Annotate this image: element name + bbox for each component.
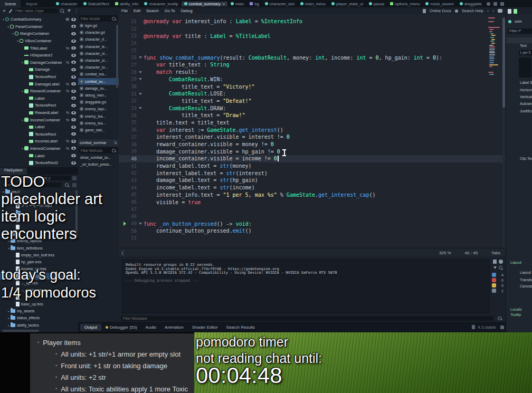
fold-arrow-icon[interactable] xyxy=(139,93,142,95)
clear-icon[interactable] xyxy=(499,260,503,264)
notes-window[interactable]: • Player items •All units: +1 str/+1 arm… xyxy=(30,333,194,393)
script-item-draggable.gd[interactable]: draggable.gd xyxy=(78,99,119,106)
code-line-23[interactable]: 23@onready var title : Label = %TitleLab… xyxy=(119,32,506,40)
scene-node-Label[interactable]: Label xyxy=(0,95,78,102)
unique-name-icon[interactable]: % xyxy=(66,61,69,64)
sort-methods-icon[interactable]: ⇅ xyxy=(114,141,117,145)
code-line-40[interactable]: 40income_container.visible = income != 0 xyxy=(119,155,506,162)
scene-node-PanelContainer[interactable]: ▾PanelContainer xyxy=(0,23,78,31)
count-toggle[interactable]: 4 xyxy=(492,273,504,277)
attach-script-icon[interactable] xyxy=(9,9,13,13)
code-line-25[interactable]: 25 xyxy=(119,47,506,54)
menu-search[interactable]: Search xyxy=(146,8,159,13)
method-item-show_combat_su...[interactable]: show_combat_su... xyxy=(78,154,119,161)
fs-item-status_effects[interactable]: ▸status_effects xyxy=(0,314,78,321)
code-line-46[interactable]: 46visible = true xyxy=(119,198,506,206)
script-item-character_sl...[interactable]: character_sl... xyxy=(78,57,119,64)
history-doc-icon[interactable] xyxy=(508,9,511,14)
fold-gutter[interactable] xyxy=(137,56,144,59)
scene-node-IncomeContainer[interactable]: ▾IncomeContainer% xyxy=(0,116,78,123)
unique-name-icon[interactable]: % xyxy=(66,147,69,150)
script-tab-mock_assem[interactable]: mock_assem xyxy=(423,2,457,6)
fold-arrow-icon[interactable] xyxy=(139,78,142,80)
inspector-prop-clip-tex[interactable]: Clip Tex xyxy=(506,157,532,160)
code-line-21[interactable]: 21@onready var interest_info : Label = %… xyxy=(119,18,506,25)
scene-node-TextureRect2[interactable]: TextureRect2 xyxy=(0,159,78,167)
script-history-icon[interactable] xyxy=(487,2,490,6)
code-line-37[interactable]: 37interest_container.visible = interest … xyxy=(119,133,506,141)
fold-arrow-icon[interactable] xyxy=(139,223,142,225)
visibility-eye-icon[interactable] xyxy=(71,75,76,79)
script-tab-draggable[interactable]: draggable xyxy=(457,2,485,6)
history-forward-icon[interactable]: › xyxy=(492,8,494,14)
code-line-44[interactable]: 44income_label.text = str(income) xyxy=(119,184,506,191)
visibility-eye-icon[interactable] xyxy=(71,104,76,107)
folder-arrow-icon[interactable]: ▾ xyxy=(7,246,11,250)
code-line-42[interactable]: 42interest_label.text = str(interest) xyxy=(119,169,506,177)
code-line-50[interactable]: 50continue_button_pressed.emit() xyxy=(119,227,506,235)
hscroll-left-icon[interactable]: ❮ xyxy=(121,251,125,255)
fold-gutter[interactable] xyxy=(137,107,144,109)
fs-item-hp_gain.tres[interactable]: hp_gain.tres xyxy=(0,258,78,265)
script-tab-character_tooltip[interactable]: character_tooltip xyxy=(141,2,181,6)
menu-go-to[interactable]: Go To xyxy=(165,8,175,13)
script-item-character_d...[interactable]: character_d... xyxy=(78,36,119,43)
code-line-36[interactable]: 36var interest := GameState.get_interest… xyxy=(119,126,506,133)
script-tab-pause[interactable]: pause xyxy=(366,2,387,6)
inspector-prop-transfo[interactable]: Transfo xyxy=(506,278,532,282)
script-item-character_sl...[interactable]: character_sl... xyxy=(78,50,119,57)
script-attached-icon[interactable]: ▤ xyxy=(65,17,69,22)
code-line-51[interactable]: 51 xyxy=(119,235,506,242)
fs-item-empty_slot_buff.tres[interactable]: empty_slot_buff.tres xyxy=(0,252,78,258)
inspector-node-header[interactable]: com xyxy=(506,20,532,23)
visibility-eye-icon[interactable] xyxy=(71,46,76,50)
expand-arrow-icon[interactable]: ▾ xyxy=(11,32,15,35)
expand-arrow-icon[interactable]: ▾ xyxy=(21,89,24,93)
search-help-link[interactable]: Search Help xyxy=(462,8,483,13)
scene-node-Label[interactable]: Label xyxy=(0,152,78,159)
script-tab-StatusEffect[interactable]: StatusEffect xyxy=(81,2,112,6)
scene-node-CombatSummary[interactable]: ▾CombatSummary▤ xyxy=(0,16,78,23)
inspector-prop-canvas[interactable]: Canvas xyxy=(506,284,532,288)
unique-name-icon[interactable]: % xyxy=(66,111,69,114)
fold-gutter[interactable] xyxy=(137,71,144,73)
new-resource-icon[interactable] xyxy=(514,9,517,14)
scene-node-TextureRect[interactable]: TextureRect xyxy=(0,73,78,81)
scene-filter-input[interactable] xyxy=(14,8,58,13)
script-item-character_to...[interactable]: character_to... xyxy=(78,64,119,71)
code-editor[interactable]: 21@onready var interest_info : Label = %… xyxy=(119,14,506,248)
script-item-debug_men...[interactable]: debug_men... xyxy=(78,92,119,99)
code-line-49[interactable]: 49func _on_button_pressed() -> void: xyxy=(119,220,506,227)
script-tab-combat_summary[interactable]: combat_summary× xyxy=(182,2,228,6)
code-scrollbar[interactable] xyxy=(502,16,505,247)
script-tab-bg[interactable]: bg xyxy=(247,2,262,6)
inspector-search-filter-p[interactable]: Filter P xyxy=(508,28,532,34)
code-line-30[interactable]: 30title_text = "Victory!" xyxy=(119,83,506,90)
count-toggle[interactable]: 0 xyxy=(492,278,504,282)
folder-arrow-icon[interactable]: ▸ xyxy=(7,309,11,313)
menu-debug[interactable]: Debug xyxy=(181,8,193,13)
inspector-prop-layout[interactable]: Layout xyxy=(506,271,532,274)
visibility-eye-icon[interactable] xyxy=(71,97,76,100)
new-script-icon[interactable] xyxy=(493,2,497,6)
code-line-39[interactable]: 39damage_container.visible = hp_gain != … xyxy=(119,148,506,155)
expand-editor-icon[interactable] xyxy=(500,2,504,6)
count-toggle[interactable]: 1 xyxy=(492,289,504,293)
script-tab-player_state_ui[interactable]: player_state_ui xyxy=(329,2,366,6)
filter-methods-input[interactable] xyxy=(79,149,110,152)
code-line-35[interactable]: 35title.text = title_text xyxy=(119,119,506,127)
search-icon[interactable] xyxy=(60,9,64,13)
script-item-bgm.gd[interactable]: bgm.gd xyxy=(78,22,119,29)
visibility-eye-icon[interactable] xyxy=(71,118,76,121)
scene-node-TextureRect[interactable]: TextureRect xyxy=(0,131,78,138)
code-line-38[interactable]: 38reward_container.visible = money != 0 xyxy=(119,141,506,148)
scene-node-InterestContainer[interactable]: ▾InterestContainer% xyxy=(0,145,78,152)
filesystem-hscrollbar[interactable] xyxy=(2,330,39,332)
visibility-eye-icon[interactable] xyxy=(71,154,76,157)
scene-node-Label[interactable]: Label xyxy=(0,123,78,131)
online-docs-link[interactable]: Online Docs xyxy=(430,8,451,13)
menu-edit[interactable]: Edit xyxy=(134,8,140,13)
code-line-27[interactable]: 27var title_text : String xyxy=(119,61,506,69)
expand-arrow-icon[interactable]: ▾ xyxy=(2,17,5,21)
scene-node-HSeparator2[interactable]: HSeparator2 xyxy=(0,52,78,59)
